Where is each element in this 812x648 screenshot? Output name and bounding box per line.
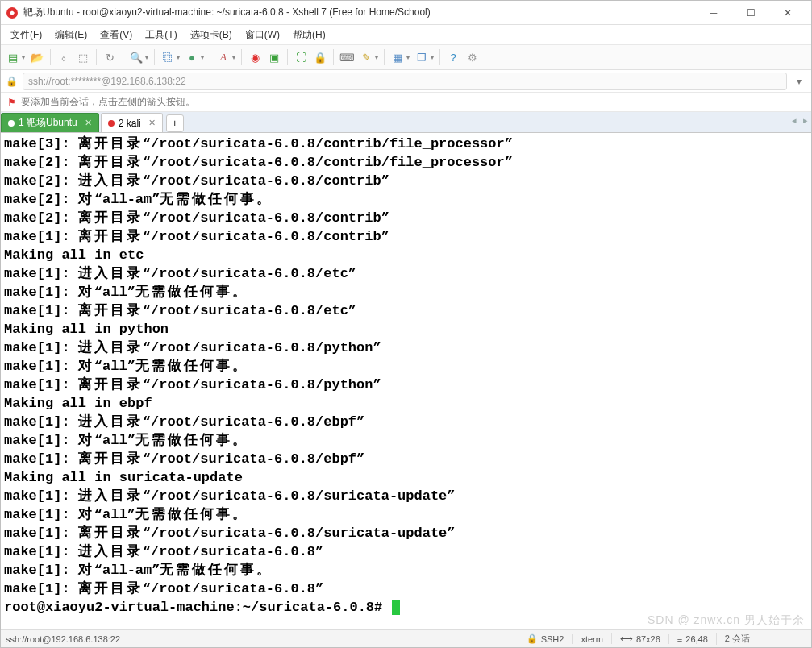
status-size: ⟷87x26 bbox=[611, 633, 668, 644]
tab-kali[interactable]: 2 kali ✕ bbox=[101, 113, 163, 132]
tab-label: 2 kali bbox=[119, 118, 141, 129]
title-bar: 靶场Ubuntu - root@xiaoyu2-virtual-machine:… bbox=[1, 1, 811, 25]
address-dropdown-icon[interactable]: ▾ bbox=[792, 76, 806, 87]
menu-tools[interactable]: 工具(T) bbox=[139, 27, 183, 44]
status-dot-icon bbox=[8, 120, 15, 127]
xftp-icon[interactable]: ▣ bbox=[265, 48, 283, 66]
status-sessions: 2 会话 bbox=[716, 633, 758, 645]
menu-bar: 文件(F) 编辑(E) 查看(V) 工具(T) 选项卡(B) 窗口(W) 帮助(… bbox=[1, 25, 811, 44]
paste-icon[interactable]: ● bbox=[183, 48, 201, 66]
tab-bar: 1 靶场Ubuntu ✕ 2 kali ✕ + ◂ ▸ bbox=[1, 112, 811, 133]
window-title: 靶场Ubuntu - root@xiaoyu2-virtual-machine:… bbox=[23, 6, 695, 19]
status-term: xterm bbox=[572, 634, 611, 644]
status-position: ≡26,48 bbox=[668, 634, 716, 644]
minimize-button[interactable]: ─ bbox=[695, 1, 732, 25]
cursor bbox=[392, 600, 400, 615]
tab-label: 1 靶场Ubuntu bbox=[19, 116, 77, 130]
address-input[interactable]: ssh://root:********@192.168.6.138:22 bbox=[23, 73, 787, 90]
menu-view[interactable]: 查看(V) bbox=[94, 27, 139, 44]
lock-icon[interactable]: 🔒 bbox=[311, 48, 329, 66]
terminal[interactable]: make[3]: 离开目录“/root/suricata-6.0.8/contr… bbox=[1, 133, 811, 629]
help-icon[interactable]: ? bbox=[444, 48, 462, 66]
flag-icon[interactable]: ⚑ bbox=[7, 97, 16, 108]
status-connection: ssh://root@192.168.6.138:22 bbox=[6, 634, 518, 644]
tile-icon[interactable]: ▦ bbox=[389, 48, 406, 66]
connect-icon[interactable]: ⬨ bbox=[55, 48, 73, 66]
menu-file[interactable]: 文件(F) bbox=[4, 27, 48, 44]
xshell-icon[interactable]: ◉ bbox=[246, 48, 264, 66]
maximize-button[interactable]: ☐ bbox=[732, 1, 769, 25]
menu-help[interactable]: 帮助(H) bbox=[286, 27, 332, 44]
tab-close-icon[interactable]: ✕ bbox=[148, 118, 156, 128]
terminal-prompt: root@xiaoyu2-virtual-machine:~/suricata-… bbox=[4, 598, 808, 617]
tab-prev-icon[interactable]: ◂ bbox=[792, 115, 797, 126]
menu-window[interactable]: 窗口(W) bbox=[239, 27, 286, 44]
copy-icon[interactable]: ⿻ bbox=[159, 48, 177, 66]
status-dot-icon bbox=[108, 120, 115, 127]
new-session-icon[interactable]: ▤ bbox=[4, 48, 22, 66]
open-icon[interactable]: 📂 bbox=[28, 48, 46, 66]
hint-text: 要添加当前会话，点击左侧的箭头按钮。 bbox=[21, 95, 195, 109]
highlight-icon[interactable]: ✎ bbox=[357, 48, 375, 66]
status-protocol: 🔒SSH2 bbox=[518, 633, 573, 644]
tab-close-icon[interactable]: ✕ bbox=[85, 118, 92, 128]
search-icon[interactable]: 🔍 bbox=[127, 48, 145, 66]
font-icon[interactable]: A bbox=[214, 48, 232, 66]
tab-add-button[interactable]: + bbox=[166, 114, 184, 132]
app-icon bbox=[6, 6, 19, 19]
settings-icon[interactable]: ⚙ bbox=[464, 48, 481, 66]
tab-ubuntu[interactable]: 1 靶场Ubuntu ✕ bbox=[1, 113, 99, 132]
fullscreen-icon[interactable]: ⛶ bbox=[292, 48, 310, 66]
menu-edit[interactable]: 编辑(E) bbox=[48, 27, 94, 44]
menu-tab[interactable]: 选项卡(B) bbox=[184, 27, 239, 44]
status-bar: ssh://root@192.168.6.138:22 🔒SSH2 xterm … bbox=[1, 629, 811, 647]
tab-nav: ◂ ▸ bbox=[792, 115, 808, 126]
tab-next-icon[interactable]: ▸ bbox=[803, 115, 808, 126]
window-controls: ─ ☐ ✕ bbox=[695, 1, 806, 25]
cascade-icon[interactable]: ❐ bbox=[413, 48, 431, 66]
toolbar: ▤▾ 📂 ⬨ ⬚ ↻ 🔍▾ ⿻▾ ●▾ A▾ ◉ ▣ ⛶ 🔒 ⌨ ✎▾ ▦▾ ❐… bbox=[1, 44, 811, 70]
hint-bar: ⚑ 要添加当前会话，点击左侧的箭头按钮。 bbox=[1, 93, 811, 112]
close-button[interactable]: ✕ bbox=[769, 1, 806, 25]
disconnect-icon[interactable]: ⬚ bbox=[74, 48, 92, 66]
address-text: ssh://root:********@192.168.6.138:22 bbox=[28, 76, 186, 87]
reconnect-icon[interactable]: ↻ bbox=[101, 48, 119, 66]
ssh-lock-icon: 🔒 bbox=[6, 76, 18, 87]
keyboard-icon[interactable]: ⌨ bbox=[338, 48, 356, 66]
address-bar: 🔒 ssh://root:********@192.168.6.138:22 ▾ bbox=[1, 70, 811, 93]
